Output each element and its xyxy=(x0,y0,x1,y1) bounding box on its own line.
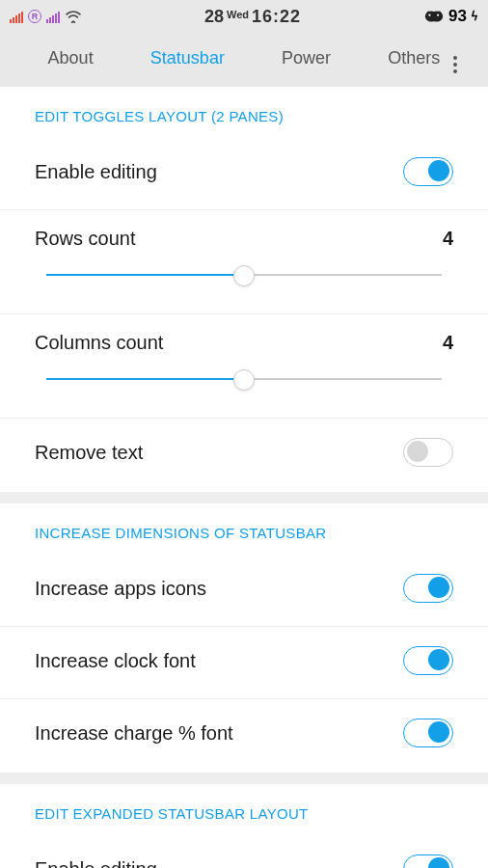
date-text: 28 xyxy=(204,7,224,27)
status-left: R xyxy=(10,10,82,23)
wifi-icon xyxy=(65,10,82,23)
section-toggles-layout: EDIT TOGGLES LAYOUT (2 PANES) Enable edi… xyxy=(0,87,488,492)
row-columns-count: Columns count 4 xyxy=(0,314,488,419)
tab-statusbar[interactable]: Statusbar xyxy=(150,48,225,68)
label-columns-count: Columns count xyxy=(35,332,163,354)
section-dimensions: INCREASE DIMENSIONS OF STATUSBAR Increas… xyxy=(0,503,488,773)
label-enable-editing: Enable editing xyxy=(35,161,157,183)
tab-power[interactable]: Power xyxy=(282,48,331,68)
row-enable-editing-expanded[interactable]: Enable editing xyxy=(0,835,488,868)
row-increase-charge-font[interactable]: Increase charge % font xyxy=(0,699,488,771)
battery-icon xyxy=(423,9,445,24)
value-columns-count: 4 xyxy=(443,332,453,354)
tab-others[interactable]: Others xyxy=(388,48,440,68)
row-enable-editing-toggles[interactable]: Enable editing xyxy=(0,138,488,210)
row-rows-count: Rows count 4 xyxy=(0,210,488,314)
slider-columns-count[interactable] xyxy=(46,369,442,389)
toggle-apps-icons[interactable] xyxy=(403,574,453,603)
overflow-menu-icon[interactable] xyxy=(453,56,459,73)
clock-area: 28 Wed 16:22 xyxy=(204,7,301,27)
signal-sim2-icon xyxy=(46,10,60,23)
row-remove-text[interactable]: Remove text xyxy=(0,419,488,490)
signal-sim1-icon xyxy=(10,10,23,23)
toggle-clock-font[interactable] xyxy=(403,646,453,675)
status-row: R 28 Wed 16:22 93 ϟ xyxy=(0,0,488,29)
tab-about[interactable]: About xyxy=(48,48,94,68)
label-clock-font: Increase clock font xyxy=(35,650,196,672)
roaming-icon: R xyxy=(28,10,41,23)
charging-icon: ϟ xyxy=(471,10,478,23)
section-expanded-layout: EDIT EXPANDED STATUSBAR LAYOUT Enable ed… xyxy=(0,784,488,868)
toggle-enable-editing-toggles[interactable] xyxy=(403,157,453,186)
time-text: 16:22 xyxy=(252,7,301,27)
label-apps-icons: Increase apps icons xyxy=(35,578,206,600)
label-charge-font: Increase charge % font xyxy=(35,722,233,745)
svg-point-5 xyxy=(437,14,439,16)
row-increase-clock-font[interactable]: Increase clock font xyxy=(0,627,488,699)
top-bar: R 28 Wed 16:22 93 ϟ About Statusbar Powe… xyxy=(0,0,488,87)
tab-bar: About Statusbar Power Others xyxy=(0,29,488,87)
label-rows-count: Rows count xyxy=(35,228,136,250)
section-header-toggles: EDIT TOGGLES LAYOUT (2 PANES) xyxy=(0,87,488,138)
day-text: Wed xyxy=(227,9,249,20)
row-increase-apps-icons[interactable]: Increase apps icons xyxy=(0,555,488,627)
label-remove-text: Remove text xyxy=(35,442,143,464)
battery-percent: 93 xyxy=(448,7,467,26)
toggle-enable-editing-expanded[interactable] xyxy=(403,854,453,868)
slider-rows-count[interactable] xyxy=(46,265,442,285)
value-rows-count: 4 xyxy=(443,228,453,250)
section-header-expanded: EDIT EXPANDED STATUSBAR LAYOUT xyxy=(0,784,488,835)
label-enable-editing-expanded: Enable editing xyxy=(35,858,157,869)
toggle-remove-text[interactable] xyxy=(403,438,453,467)
toggle-charge-font[interactable] xyxy=(403,719,453,747)
status-right: 93 ϟ xyxy=(423,7,478,26)
settings-content: EDIT TOGGLES LAYOUT (2 PANES) Enable edi… xyxy=(0,87,488,868)
svg-point-4 xyxy=(428,14,430,16)
section-header-dimensions: INCREASE DIMENSIONS OF STATUSBAR xyxy=(0,503,488,555)
